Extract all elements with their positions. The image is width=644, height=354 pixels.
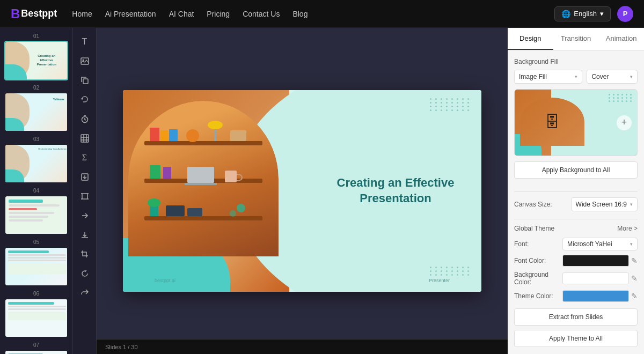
slide-num-6: 06: [4, 291, 68, 297]
font-color-label: Font Color:: [514, 257, 562, 264]
chevron-down-icon: ▾: [600, 10, 604, 18]
thumb-bar-4f: [9, 219, 43, 222]
svg-point-34: [237, 204, 245, 212]
background-preview[interactable]: 🗄 +: [514, 89, 638, 156]
slide-dots-bottom-right: [430, 267, 471, 276]
global-theme-row: Global Theme More >: [514, 225, 638, 232]
download-tool-button[interactable]: [76, 226, 93, 244]
crop-tool-button[interactable]: [76, 246, 93, 263]
slide-thumb-4[interactable]: [4, 195, 68, 235]
thumb-title-2: Tableaux: [53, 98, 64, 101]
font-color-swatch[interactable]: [562, 255, 629, 267]
svg-rect-20: [169, 129, 178, 141]
thumb-title-3: Understanding Your Audience: [38, 148, 67, 151]
canvas-size-chevron: ▾: [630, 202, 633, 207]
slide-num-4: 04: [4, 188, 68, 194]
text-tool-button[interactable]: T: [76, 33, 93, 50]
svg-rect-33: [187, 208, 202, 216]
thumb-text-1: Creating an EffectivePresentation: [35, 54, 57, 67]
logo-letter: B: [11, 6, 20, 21]
user-avatar[interactable]: P: [617, 6, 633, 22]
svg-point-1: [82, 60, 84, 61]
bg-color-row: BackgroundColor: ✎: [514, 271, 638, 286]
svg-rect-2: [83, 79, 88, 84]
fill-row: Image Fill ▾ Cover ▾: [514, 70, 638, 84]
fill-type-select[interactable]: Image Fill ▾: [514, 70, 582, 84]
nav-right: 🌐 English ▾ P: [554, 6, 633, 22]
shelf-illustration: [128, 101, 279, 256]
more-link[interactable]: More >: [617, 225, 638, 232]
extract-button[interactable]: Extract from Slides: [514, 308, 638, 326]
canvas-size-select[interactable]: Wide Screen 16:9 ▾: [571, 197, 638, 211]
svg-rect-17: [144, 216, 262, 220]
slide-num-5: 05: [4, 239, 68, 245]
bg-color-label: BackgroundColor:: [514, 271, 562, 286]
font-chevron: ▾: [630, 241, 633, 247]
thumb-row-5b: [8, 254, 66, 256]
bg-color-edit-icon[interactable]: ✎: [631, 274, 638, 283]
global-theme-label: Global Theme: [514, 225, 617, 232]
clock-tool-button[interactable]: [76, 110, 93, 128]
nav-contact-us[interactable]: Contact Us: [243, 10, 280, 18]
divider-2: [514, 219, 638, 219]
svg-rect-19: [160, 130, 168, 141]
arrow-tool-button[interactable]: [76, 207, 93, 224]
undo-tool-button[interactable]: [76, 91, 93, 108]
theme-color-swatch[interactable]: [562, 290, 629, 302]
font-select[interactable]: Microsoft YaHei ▾: [562, 238, 638, 250]
nav-home[interactable]: Home: [72, 10, 92, 18]
language-button[interactable]: 🌐 English ▾: [554, 6, 611, 21]
svg-rect-24: [230, 130, 246, 141]
sigma-tool-button[interactable]: Σ: [76, 149, 93, 166]
svg-point-35: [230, 210, 236, 217]
nav-pricing[interactable]: Pricing: [207, 10, 230, 18]
refresh-tool-button[interactable]: [76, 265, 93, 282]
thumb-row-5a: [8, 250, 49, 253]
font-value: Microsoft YaHei: [567, 240, 612, 248]
theme-color-edit-icon[interactable]: ✎: [631, 292, 638, 300]
slide-thumb-7[interactable]: [4, 350, 68, 354]
fill-position-select[interactable]: Cover ▾: [587, 70, 638, 84]
slide-thumb-5[interactable]: [4, 247, 68, 286]
thumb-img-6: [8, 312, 66, 320]
tab-design[interactable]: Design: [508, 28, 553, 50]
theme-color-row: Theme Color: ✎: [514, 290, 638, 302]
font-row: Font: Microsoft YaHei ▾: [514, 238, 638, 250]
status-text: Slides 1 / 30: [105, 344, 138, 350]
font-color-control: ✎: [562, 255, 638, 267]
nav-blog[interactable]: Blog: [292, 10, 308, 18]
theme-color-label: Theme Color:: [514, 292, 562, 300]
thumb-content-5: [5, 248, 68, 285]
font-color-edit-icon[interactable]: ✎: [631, 256, 638, 265]
thumb-content-4: [5, 196, 68, 234]
slide-thumb-3[interactable]: Understanding Your Audience: [4, 144, 68, 183]
svg-rect-15: [144, 141, 262, 145]
slide-footer: bestppt.ai Presenter: [155, 278, 450, 283]
thumb-bar-4d: [9, 212, 54, 214]
slide-thumb-2[interactable]: Tableaux: [4, 92, 68, 132]
slide-thumb-6[interactable]: [4, 298, 68, 338]
tab-transition[interactable]: Transition: [553, 28, 599, 50]
canvas-size-row: Canvas Size: Wide Screen 16:9 ▾: [514, 197, 638, 211]
frame-tool-button[interactable]: [76, 188, 93, 205]
tab-animation[interactable]: Animation: [598, 28, 644, 50]
language-label: English: [574, 10, 597, 18]
apply-theme-button[interactable]: Apply Theme to All: [514, 330, 638, 347]
slide-thumb-1[interactable]: Creating an EffectivePresentation: [4, 41, 68, 80]
table-tool-button[interactable]: [76, 130, 93, 147]
panel-tabs: Design Transition Animation: [508, 28, 644, 50]
bg-color-swatch[interactable]: [562, 272, 629, 284]
canvas-area[interactable]: Creating an Effective Presentation bestp…: [97, 28, 508, 354]
image-tool-button[interactable]: [76, 53, 93, 70]
copy-tool-button[interactable]: [76, 72, 93, 89]
app-logo[interactable]: B Bestppt: [11, 6, 57, 21]
apply-background-button[interactable]: Apply Background to All: [514, 161, 638, 179]
thumb-content-7: [5, 351, 68, 354]
add-image-button[interactable]: +: [617, 115, 632, 130]
import-tool-button[interactable]: [76, 168, 93, 186]
svg-rect-26: [163, 167, 171, 179]
shelf-background: [128, 101, 279, 256]
share-tool-button[interactable]: [76, 284, 93, 301]
nav-ai-chat[interactable]: AI Chat: [169, 10, 194, 18]
nav-ai-presentation[interactable]: Ai Presentation: [105, 10, 156, 18]
